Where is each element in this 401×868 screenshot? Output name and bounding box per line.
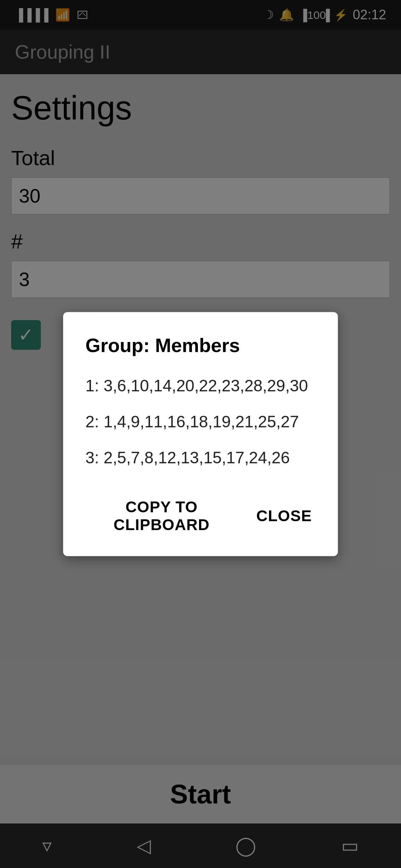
copy-to-clipboard-button[interactable]: COPY TO CLIPBOARD bbox=[85, 491, 238, 541]
dialog-group-2: 2: 1,4,9,11,16,18,19,21,25,27 bbox=[85, 411, 316, 432]
dialog: Group: Members 1: 3,6,10,14,20,22,23,28,… bbox=[63, 312, 338, 556]
dialog-actions: COPY TO CLIPBOARD CLOSE bbox=[85, 483, 316, 541]
dialog-group-3: 3: 2,5,7,8,12,13,15,17,24,26 bbox=[85, 447, 316, 468]
dialog-title: Group: Members bbox=[85, 334, 316, 356]
close-button[interactable]: CLOSE bbox=[252, 491, 316, 541]
dialog-group-1: 1: 3,6,10,14,20,22,23,28,29,30 bbox=[85, 375, 316, 396]
page-wrapper: ▐▐▐▐ 📶 ⮹ ☽ 🔔 ▐100▌⚡ 02:12 Grouping II Se… bbox=[0, 0, 401, 868]
